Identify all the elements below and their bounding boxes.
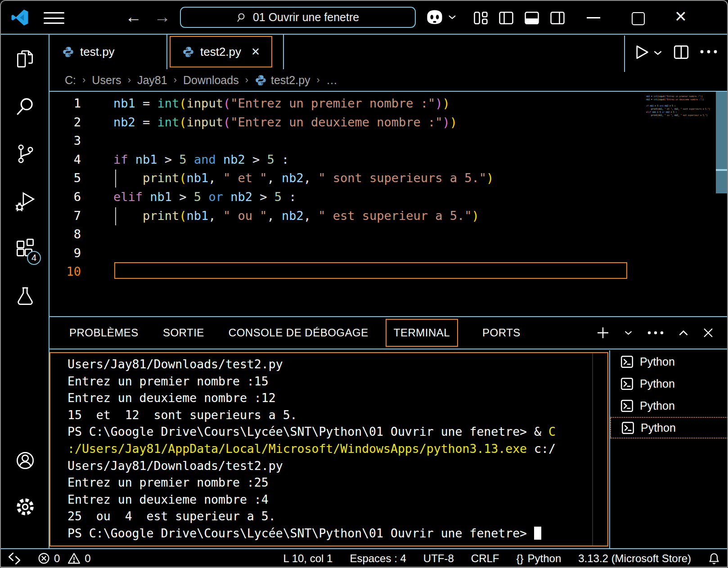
- terminal-scrollbar[interactable]: [592, 353, 593, 546]
- status-utf-8[interactable]: UTF-8: [423, 552, 454, 565]
- forward-arrow-icon[interactable]: →: [154, 7, 171, 27]
- breadcrumb-item-Users[interactable]: Users: [92, 74, 121, 87]
- editor-tab-bar: test.pytest2.py×: [49, 35, 728, 69]
- copilot-icon: [425, 9, 444, 26]
- code-line-1: 1nb1 = int(input("Entrez un premier nomb…: [49, 94, 728, 113]
- line-content: print(nb1, " ou ", nb2, " est superieur …: [113, 206, 479, 225]
- status-espaces---4[interactable]: Espaces : 4: [350, 552, 406, 565]
- close-panel-icon[interactable]: [703, 327, 714, 338]
- status-label: L 10, col 1: [283, 552, 333, 565]
- account-icon[interactable]: [14, 449, 36, 472]
- breadcrumb-separator-icon: ›: [128, 74, 131, 86]
- status-crlf[interactable]: CRLF: [471, 552, 499, 565]
- terminal-cursor: [534, 527, 541, 540]
- python-file-icon: [62, 46, 74, 58]
- panel-tab-console-de-d-bogage[interactable]: CONSOLE DE DÉBOGAGE: [229, 326, 368, 339]
- panel-tab-ports[interactable]: PORTS: [482, 326, 521, 339]
- line-number: 2: [49, 113, 89, 132]
- panel-more-actions-icon[interactable]: [647, 331, 664, 335]
- maximize-button[interactable]: [632, 12, 645, 25]
- chevron-down-icon: [448, 14, 456, 20]
- line-content: elif nb1 > 5 or nb2 > 5 :: [646, 111, 677, 114]
- terminal-line: PS C:\Google Drive\Cours\Lycée\SNT\Pytho…: [50, 423, 607, 440]
- breadcrumb-item-C[interactable]: C:: [65, 74, 76, 87]
- new-terminal-icon[interactable]: [596, 326, 610, 340]
- terminal-list-item-python[interactable]: Python: [610, 417, 728, 438]
- line-content: print(nb1, " ou ", nb2, " est superieur …: [646, 114, 708, 117]
- vscode-window: ← → 01 Ouvrir une fenetre: [0, 0, 728, 568]
- current-line-highlight: [114, 262, 627, 279]
- line-content: nb2 = int(input("Entrez un deuxieme nomb…: [113, 113, 457, 132]
- status-3-13-2--microsoft-store-[interactable]: 3.13.2 (Microsoft Store): [578, 552, 691, 565]
- run-debug-icon[interactable]: [14, 190, 36, 212]
- line-content: if nb1 > 5 and nb2 > 5 :: [113, 150, 289, 169]
- back-arrow-icon[interactable]: ←: [125, 7, 142, 27]
- editor-scrollbar[interactable]: [716, 92, 728, 193]
- editor-actions-separator: [624, 36, 625, 72]
- terminal-line: 25 ou 4 est superieur a 5.: [50, 508, 607, 525]
- close-window-button[interactable]: ×: [675, 5, 687, 27]
- panel-tab-probl-mes[interactable]: PROBLÈMES: [69, 326, 139, 339]
- line-content: nb2 = int(input("Entrez un deuxieme nomb…: [646, 98, 704, 101]
- toggle-primary-sidebar-icon[interactable]: [499, 11, 514, 25]
- terminal-output[interactable]: Users/Jay81/Downloads/test2.pyEntrez un …: [49, 352, 608, 546]
- problems-status[interactable]: 0 0: [38, 552, 91, 565]
- explorer-icon[interactable]: [14, 48, 36, 71]
- menu-icon[interactable]: [44, 12, 64, 24]
- run-dropdown-chevron-icon[interactable]: [653, 50, 662, 56]
- toggle-secondary-sidebar-icon[interactable]: [550, 11, 565, 25]
- line-number: 4: [49, 150, 89, 169]
- terminal-list-item-python[interactable]: Python: [610, 351, 728, 372]
- settings-gear-icon[interactable]: [14, 496, 36, 518]
- command-center-search[interactable]: 01 Ouvrir une fenetre: [180, 7, 416, 28]
- code-line-2: 2nb2 = int(input("Entrez un deuxieme nom…: [49, 113, 728, 132]
- source-control-icon[interactable]: [14, 143, 36, 165]
- python-file-icon: [182, 46, 194, 58]
- status-l-10--col-1[interactable]: L 10, col 1: [283, 552, 333, 565]
- tab-test2.py[interactable]: test2.py×: [170, 36, 272, 67]
- status-label: 3.13.2 (Microsoft Store): [578, 552, 691, 565]
- extensions-badge: 4: [27, 251, 41, 265]
- code-lines: 1nb1 = int(input("Entrez un premier nomb…: [49, 92, 728, 281]
- notifications-bell-icon[interactable]: [708, 552, 720, 565]
- editor-more-actions-icon[interactable]: [700, 49, 718, 54]
- breadcrumb-item-[interactable]: …: [326, 74, 337, 87]
- terminal-list-item-python[interactable]: Python: [610, 395, 728, 416]
- maximize-panel-icon[interactable]: [679, 330, 688, 336]
- code-editor[interactable]: 1nb1 = int(input("Entrez un premier nomb…: [49, 91, 728, 316]
- line-content: nb1 = int(input("Entrez un premier nombr…: [646, 95, 703, 98]
- toggle-panel-icon[interactable]: [524, 11, 539, 25]
- tab-test.py[interactable]: test.py: [50, 35, 126, 69]
- panel-tab-terminal[interactable]: TERMINAL: [386, 319, 458, 347]
- indent-guide: [115, 207, 116, 225]
- terminal-icon: [620, 377, 634, 391]
- warnings-count: 0: [85, 552, 90, 565]
- terminal-icon: [620, 399, 634, 413]
- terminal-profile-chevron-icon[interactable]: [624, 330, 633, 335]
- tab-label: test2.py: [200, 45, 241, 59]
- breadcrumb-item-Downloads[interactable]: Downloads: [183, 74, 239, 87]
- terminal-line: :/Users/Jay81/AppData/Local/Microsoft/Wi…: [50, 440, 607, 457]
- extensions-icon[interactable]: 4: [14, 237, 36, 259]
- breadcrumb-item-test2py[interactable]: test2.py: [255, 74, 310, 87]
- panel-tab-sortie[interactable]: SORTIE: [163, 326, 204, 339]
- split-editor-icon[interactable]: [674, 45, 689, 59]
- status-python[interactable]: {}Python: [516, 552, 561, 565]
- close-tab-icon[interactable]: ×: [252, 45, 260, 58]
- line-content: print(nb1, " et ", nb2, " sont superieur…: [646, 107, 710, 111]
- activity-bar: 4: [1, 35, 49, 548]
- run-python-file-icon[interactable]: [634, 44, 650, 60]
- copilot-button[interactable]: [425, 9, 456, 26]
- breadcrumb-item-Jay81[interactable]: Jay81: [137, 74, 167, 87]
- minimize-button[interactable]: [587, 17, 600, 18]
- line-content: elif nb1 > 5 or nb2 > 5 :: [113, 188, 297, 206]
- customize-layout-icon[interactable]: [473, 11, 489, 25]
- terminal-item-label: Python: [640, 355, 675, 368]
- search-view-icon[interactable]: [14, 95, 36, 118]
- testing-icon[interactable]: [14, 286, 36, 308]
- remote-indicator[interactable]: [8, 552, 21, 565]
- status-label: Python: [528, 552, 562, 565]
- status-bar: 0 0 L 10, col 1Espaces : 4UTF-8CRLF{}Pyt…: [1, 548, 728, 568]
- terminal-list-item-python[interactable]: Python: [610, 373, 728, 394]
- breadcrumb-separator-icon: ›: [82, 74, 85, 86]
